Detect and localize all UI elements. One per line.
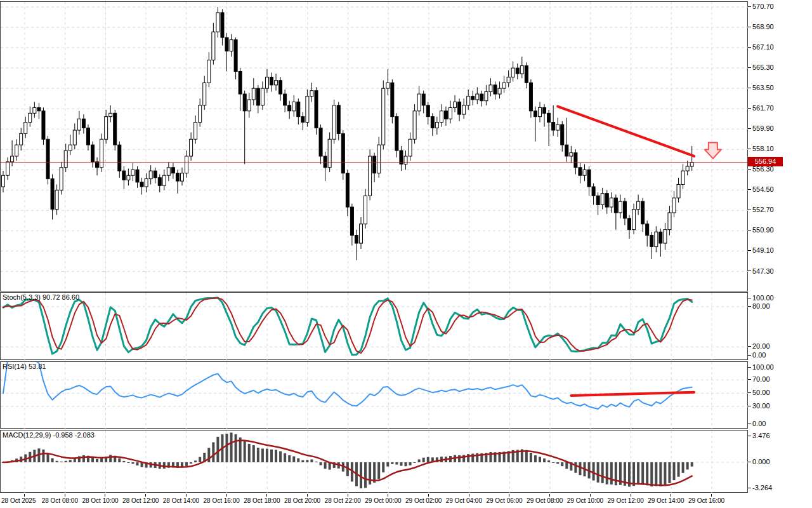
- price-axis-label: 565.30: [748, 63, 774, 72]
- price-axis-label: 558.10: [748, 144, 774, 153]
- time-axis-tick: [307, 494, 308, 497]
- time-axis-label: 28 Oct 20:00: [284, 497, 320, 504]
- stoch-axis-label: 100.00: [748, 293, 774, 302]
- macd-plot: [1, 431, 749, 493]
- rsi-axis-label: 30.00: [748, 401, 770, 410]
- price-axis-label: 567.10: [748, 43, 774, 51]
- time-axis-label: 29 Oct 04:00: [446, 497, 482, 504]
- axis-tick: [748, 367, 751, 368]
- time-axis[interactable]: 28 Oct 202528 Oct 08:0028 Oct 10:0028 Oc…: [0, 494, 812, 508]
- stoch-axis-label: 0.00: [748, 351, 766, 359]
- time-axis-tick: [348, 494, 348, 497]
- macd-axis-label: 3.476: [748, 431, 770, 440]
- stoch-panel[interactable]: Stoch(5,3,3) 90.72 86.60: [0, 292, 748, 360]
- stoch-plot: [1, 293, 749, 361]
- time-axis-tick: [24, 494, 25, 497]
- price-axis-label: 570.70: [748, 2, 774, 11]
- time-axis-tick: [671, 494, 671, 497]
- rsi-trendline: [571, 392, 694, 396]
- axis-tick: [748, 88, 751, 88]
- axis-tick: [748, 128, 751, 129]
- stoch-axis-label: 20.00: [748, 342, 770, 351]
- time-axis-tick: [590, 494, 591, 497]
- time-axis-tick: [145, 494, 146, 497]
- time-axis-label: 28 Oct 08:00: [42, 497, 78, 504]
- price-axis-label: 549.10: [748, 246, 774, 255]
- price-axis-label: 552.70: [748, 205, 774, 214]
- time-axis-label: 29 Oct 14:00: [648, 497, 684, 504]
- time-axis-label: 29 Oct 10:00: [567, 497, 603, 504]
- price-panel[interactable]: [0, 1, 748, 291]
- axis-tick: [748, 306, 751, 307]
- time-axis-label: 29 Oct 00:00: [365, 497, 401, 504]
- time-axis-tick: [388, 494, 388, 497]
- time-axis-label: 29 Oct 12:00: [608, 497, 644, 504]
- time-axis-label: 29 Oct 06:00: [486, 497, 522, 504]
- axis-tick: [748, 189, 751, 190]
- axis-tick: [748, 271, 751, 271]
- time-axis-label: 28 Oct 10:00: [82, 497, 118, 504]
- axis-tick: [748, 67, 751, 68]
- trading-chart-window: Stoch(5,3,3) 90.72 86.60 RSI(14) 53.81 M…: [0, 0, 812, 508]
- axis-tick: [748, 27, 751, 27]
- rsi-panel[interactable]: RSI(14) 53.81: [0, 361, 748, 429]
- rsi-axis-label: 100.00: [748, 363, 774, 371]
- axis-tick: [748, 346, 751, 347]
- macd-indicator-label: MACD(12,29,9) -0.958 -2.083: [3, 431, 95, 439]
- axis-tick: [748, 462, 751, 462]
- time-axis-label: 28 Oct 22:00: [325, 497, 361, 504]
- axis-tick: [748, 355, 751, 356]
- axis-tick: [748, 108, 751, 109]
- time-axis-label: 29 Oct 08:00: [527, 497, 563, 504]
- price-axis[interactable]: 570.70568.90567.10565.30563.50561.70559.…: [748, 0, 812, 494]
- time-axis-tick: [549, 494, 550, 497]
- time-axis-label: 29 Oct 16:00: [688, 497, 724, 504]
- rsi-axis-label: 50.00: [748, 388, 770, 397]
- time-axis-label: 28 Oct 2025: [1, 497, 36, 504]
- price-axis-label: 561.70: [748, 104, 774, 112]
- current-price-badge: 556.94: [748, 157, 783, 166]
- price-axis-label: 547.30: [748, 267, 774, 276]
- time-axis-tick: [509, 494, 509, 497]
- down-trendline: [558, 107, 694, 156]
- price-axis-label: 568.90: [748, 22, 774, 31]
- price-plot: [1, 2, 749, 292]
- down-arrow-icon: [705, 143, 721, 159]
- axis-tick: [748, 250, 751, 251]
- price-axis-label: 559.90: [748, 124, 774, 133]
- time-axis-label: 28 Oct 16:00: [204, 497, 240, 504]
- macd-panel[interactable]: MACD(12,29,9) -0.958 -2.083: [0, 430, 748, 493]
- macd-axis-label: 0.000: [748, 457, 770, 466]
- axis-tick: [748, 230, 751, 231]
- rsi-axis-label: 70.00: [748, 375, 770, 384]
- time-axis-tick: [105, 494, 105, 497]
- axis-tick: [748, 379, 751, 380]
- axis-tick: [748, 298, 751, 298]
- grid-layer: [1, 2, 749, 292]
- stoch-indicator-label: Stoch(5,3,3) 90.72 86.60: [3, 293, 79, 301]
- time-axis-tick: [428, 494, 429, 497]
- time-axis-tick: [226, 494, 227, 497]
- time-axis-tick: [186, 494, 187, 497]
- axis-tick: [748, 47, 751, 48]
- price-axis-label: 563.50: [748, 83, 774, 92]
- stoch-axis-label: 80.00: [748, 302, 770, 311]
- time-axis-label: 28 Oct 12:00: [122, 497, 159, 504]
- time-axis-tick: [469, 494, 469, 497]
- axis-tick: [748, 210, 751, 210]
- axis-tick: [748, 406, 751, 406]
- axis-tick: [748, 169, 751, 170]
- price-axis-label: 550.90: [748, 225, 774, 234]
- rsi-indicator-label: RSI(14) 53.81: [3, 363, 46, 370]
- rsi-plot: [1, 362, 749, 429]
- time-axis-tick: [65, 494, 65, 497]
- time-axis-tick: [631, 494, 631, 497]
- macd-axis-label: -3.264: [748, 483, 772, 492]
- time-axis-label: 29 Oct 02:00: [405, 497, 442, 504]
- price-axis-label: 554.50: [748, 185, 774, 194]
- axis-tick: [748, 392, 751, 393]
- axis-tick: [748, 488, 751, 488]
- rsi-axis-label: 0.00: [748, 419, 766, 428]
- time-axis-label: 28 Oct 18:00: [244, 497, 280, 504]
- time-axis-label: 28 Oct 14:00: [163, 497, 199, 504]
